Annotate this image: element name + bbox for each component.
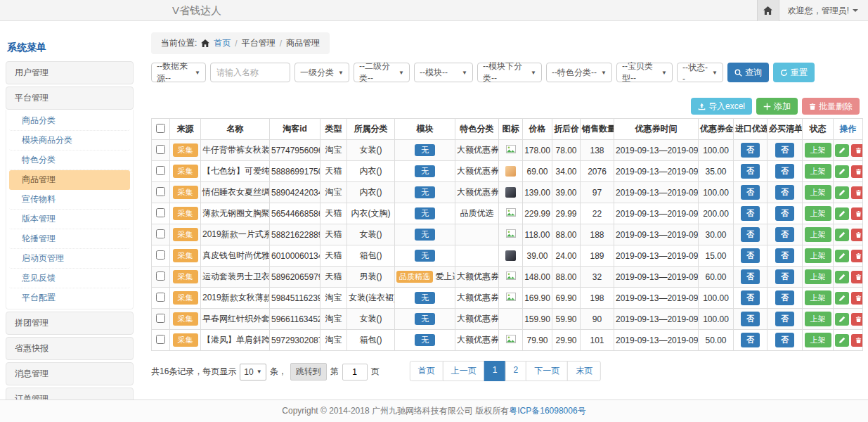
sidebar-group-消息管理[interactable]: 消息管理	[6, 362, 134, 385]
sidebar-item-商品管理[interactable]: 商品管理	[9, 170, 130, 190]
import-pick-toggle[interactable]: 否	[741, 312, 760, 326]
import-pick-toggle[interactable]: 否	[741, 164, 760, 179]
import-pick-toggle[interactable]: 否	[741, 227, 760, 242]
row-checkbox[interactable]	[156, 208, 165, 217]
module-badge[interactable]: 无	[415, 292, 435, 304]
delete-button[interactable]	[851, 334, 863, 347]
filter-select-6[interactable]: --宝贝类型--▼	[616, 63, 673, 82]
status-button[interactable]: 上架	[805, 185, 831, 200]
page-button-2[interactable]: 2	[505, 361, 527, 381]
row-checkbox[interactable]	[156, 250, 165, 260]
module-badge[interactable]: 无	[415, 165, 435, 177]
must-buy-toggle[interactable]: 否	[775, 312, 794, 326]
edit-button[interactable]	[835, 292, 849, 305]
import-pick-toggle[interactable]: 否	[741, 290, 760, 305]
sidebar-item-启动页管理[interactable]: 启动页管理	[9, 249, 130, 269]
delete-button[interactable]	[851, 313, 863, 326]
filter-select-4[interactable]: --模块下分类--▼	[477, 63, 542, 82]
status-button[interactable]: 上架	[805, 290, 831, 305]
status-button[interactable]: 上架	[805, 312, 831, 326]
sidebar-item-宣传物料[interactable]: 宣传物料	[9, 190, 130, 210]
row-checkbox[interactable]	[156, 145, 165, 154]
module-badge[interactable]: 无	[415, 229, 435, 241]
edit-button[interactable]	[835, 229, 849, 241]
page-button-首页[interactable]: 首页	[410, 361, 443, 381]
batch-delete-button[interactable]: 批量删除	[802, 98, 860, 115]
filter-select-5[interactable]: --特色分类--▼	[546, 63, 612, 82]
edit-button[interactable]	[835, 334, 849, 347]
delete-button[interactable]	[851, 229, 863, 241]
status-button[interactable]: 上架	[805, 227, 831, 242]
edit-button[interactable]	[835, 271, 849, 283]
must-buy-toggle[interactable]: 否	[775, 290, 794, 305]
delete-button[interactable]	[851, 271, 863, 283]
delete-button[interactable]	[851, 250, 863, 262]
page-number-input[interactable]	[342, 364, 368, 381]
breadcrumb-home-link[interactable]: 首页	[214, 37, 231, 49]
filter-select-1[interactable]: 一级分类▼	[294, 63, 349, 82]
home-button[interactable]	[757, 0, 779, 21]
status-button[interactable]: 上架	[805, 143, 831, 158]
row-checkbox[interactable]	[156, 229, 165, 238]
filter-select-7[interactable]: --状态--▼	[677, 63, 723, 82]
page-button-下一页[interactable]: 下一页	[526, 361, 568, 381]
sidebar-group-拼团管理[interactable]: 拼团管理	[6, 312, 134, 335]
filter-select-3[interactable]: --模块--▼	[414, 63, 473, 82]
must-buy-toggle[interactable]: 否	[775, 185, 794, 200]
import-pick-toggle[interactable]: 否	[741, 269, 760, 284]
edit-button[interactable]	[835, 144, 849, 157]
import-pick-toggle[interactable]: 否	[741, 248, 760, 263]
user-menu[interactable]: 欢迎您，管理员!	[779, 5, 868, 17]
import-pick-toggle[interactable]: 否	[741, 333, 760, 347]
must-buy-toggle[interactable]: 否	[775, 269, 794, 284]
status-button[interactable]: 上架	[805, 333, 831, 347]
must-buy-toggle[interactable]: 否	[775, 164, 794, 179]
sidebar-item-意见反馈[interactable]: 意见反馈	[9, 269, 130, 288]
status-button[interactable]: 上架	[805, 164, 831, 179]
sidebar-item-版本管理[interactable]: 版本管理	[9, 210, 130, 229]
row-checkbox[interactable]	[156, 335, 165, 344]
filter-select-2[interactable]: --二级分类--▼	[354, 63, 410, 82]
edit-button[interactable]	[835, 165, 849, 178]
status-button[interactable]: 上架	[805, 248, 831, 263]
add-button[interactable]: 添加	[756, 98, 798, 115]
import-pick-toggle[interactable]: 否	[741, 143, 760, 158]
page-button-1[interactable]: 1	[484, 361, 506, 381]
row-checkbox[interactable]	[156, 314, 165, 323]
row-checkbox[interactable]	[156, 166, 165, 175]
page-button-末页[interactable]: 末页	[567, 361, 601, 381]
name-search-input[interactable]	[210, 63, 290, 82]
sidebar-group-省惠快报[interactable]: 省惠快报	[6, 337, 134, 360]
must-buy-toggle[interactable]: 否	[775, 143, 794, 158]
import-pick-toggle[interactable]: 否	[741, 206, 760, 221]
module-badge[interactable]: 无	[415, 313, 435, 325]
delete-button[interactable]	[851, 165, 863, 178]
page-button-上一页[interactable]: 上一页	[443, 361, 485, 381]
must-buy-toggle[interactable]: 否	[775, 333, 794, 347]
edit-button[interactable]	[835, 250, 849, 262]
row-checkbox[interactable]	[156, 293, 165, 302]
edit-button[interactable]	[835, 207, 849, 220]
sidebar-item-平台配置[interactable]: 平台配置	[9, 288, 130, 307]
delete-button[interactable]	[851, 292, 863, 305]
jump-button[interactable]: 跳转到	[290, 363, 327, 381]
delete-button[interactable]	[851, 186, 863, 199]
reset-button[interactable]: 重置	[773, 63, 815, 82]
sidebar-item-轮播管理[interactable]: 轮播管理	[9, 229, 130, 249]
module-badge[interactable]: 无	[415, 207, 435, 219]
sidebar-group-平台管理[interactable]: 平台管理	[6, 87, 134, 110]
icp-link[interactable]: 粤ICP备16098006号	[509, 405, 585, 417]
must-buy-toggle[interactable]: 否	[775, 206, 794, 221]
sidebar-group-用户管理[interactable]: 用户管理	[6, 61, 134, 84]
status-button[interactable]: 上架	[805, 206, 831, 221]
sidebar-item-商品分类[interactable]: 商品分类	[9, 111, 130, 131]
module-badge[interactable]: 无	[415, 186, 435, 198]
sidebar-item-模块商品分类[interactable]: 模块商品分类	[9, 131, 130, 151]
module-badge[interactable]: 无	[415, 250, 435, 262]
query-button[interactable]: 查询	[727, 63, 769, 82]
delete-button[interactable]	[851, 144, 863, 157]
import-excel-button[interactable]: 导入excel	[691, 98, 752, 115]
row-checkbox[interactable]	[156, 271, 165, 281]
sidebar-item-特色分类[interactable]: 特色分类	[9, 151, 130, 170]
import-pick-toggle[interactable]: 否	[741, 185, 760, 200]
